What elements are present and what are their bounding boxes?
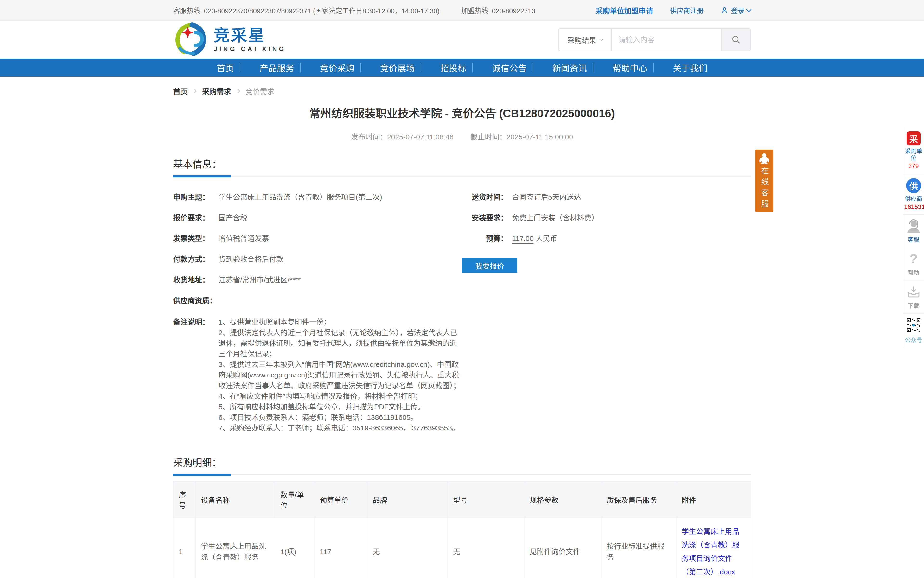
nav-item-bidding-hall[interactable]: 竞价展场 xyxy=(378,62,417,74)
section-title: 基本信息： xyxy=(173,159,221,169)
table-header-row: 序号 设备名称 数量/单位 预算单价 品牌 型号 规格参数 质保及售后服务 附件 xyxy=(173,482,751,518)
nav-item-bidding-purchase[interactable]: 竞价采购 xyxy=(318,62,357,74)
section-basic-info: 基本信息： xyxy=(173,156,751,177)
breadcrumb-home[interactable]: 首页 xyxy=(173,86,188,96)
purchaser-icon: 采 xyxy=(907,132,921,145)
page: 客服热线: 020-80922370/80922307/80922371 (国家… xyxy=(0,0,924,578)
nav-item-tender[interactable]: 招投标 xyxy=(438,62,469,74)
col-device-name: 设备名称 xyxy=(196,482,275,518)
search-category-value: 采购结果 xyxy=(567,34,596,45)
nav-item-home[interactable]: 首页 xyxy=(214,62,236,74)
logo-subtitle: JING CAI XING xyxy=(214,46,286,52)
question-mark-icon: ? xyxy=(904,252,923,266)
deadline-time: 截止时间：2025-07-11 15:00:00 xyxy=(470,131,573,141)
sidebar-customer-service[interactable]: 客服 xyxy=(903,215,924,247)
download-icon xyxy=(906,285,921,298)
sidebar-purchaser[interactable]: 采 采购单位 379 xyxy=(903,127,924,174)
swirl-logo-icon xyxy=(173,22,209,58)
cell-seq: 1 xyxy=(173,518,196,578)
remarks-text: 1、提供营业执照副本复印件一份； 2、提供法定代表人的近三个月社保记录（无论缴纳… xyxy=(219,317,462,434)
col-spec-params: 规格参数 xyxy=(524,482,601,518)
main-nav: 首页 产品服务 竞价采购 竞价展场 招投标 诚信公告 新闻资讯 帮助中心 关于我… xyxy=(0,59,924,76)
field-remarks: 备注说明： 1、提供营业执照副本复印件一份； 2、提供法定代表人的近三个月社保记… xyxy=(173,317,462,434)
field-purchase-subject: 申购主题： 学生公寓床上用品洗涤（含青教）服务项目(第二次) xyxy=(173,193,462,202)
cell-quantity-unit: 1(项) xyxy=(275,518,314,578)
supplier-icon: 供 xyxy=(906,178,921,193)
page-title: 常州纺织服装职业技术学院 - 竞价公告 (CB128072025000016) xyxy=(173,104,751,120)
purchaser-apply-link[interactable]: 采购单位加盟申请 xyxy=(595,5,653,16)
col-budget-unit-price: 预算单价 xyxy=(314,482,368,518)
field-delivery-address: 收货地址： 江苏省/常州市/武进区/**** xyxy=(173,275,462,284)
login-link[interactable]: 登录 xyxy=(720,5,751,15)
search-button[interactable] xyxy=(721,29,750,50)
breadcrumb: 首页 采购需求 竞价需求 xyxy=(173,86,751,96)
qr-code-icon xyxy=(906,318,921,333)
online-service-label: 在线客服 xyxy=(759,167,770,211)
col-quantity-unit: 数量/单位 xyxy=(275,482,314,518)
breadcrumb-bidding-demand: 竞价需求 xyxy=(245,86,274,96)
table-row: 1 学生公寓床上用品洗涤（含青教）服务 1(项) 117 无 无 见附件询价文件… xyxy=(173,518,751,578)
chevron-down-icon xyxy=(746,6,752,12)
basic-info-grid: 申购主题： 学生公寓床上用品洗涤（含青教）服务项目(第二次) 报价要求： 国产含… xyxy=(173,193,751,434)
nav-item-products[interactable]: 产品服务 xyxy=(257,62,297,74)
section-title: 采购明细： xyxy=(173,458,221,468)
search-bar: 采购结果 xyxy=(558,28,751,51)
service-hotline: 客服热线: 020-80922370/80922307/80922371 (国家… xyxy=(173,5,439,15)
col-seq: 序号 xyxy=(173,482,196,518)
site-header: 竞采星 JING CAI XING 采购结果 xyxy=(0,21,924,59)
col-model: 型号 xyxy=(448,482,524,518)
cell-warranty-service: 按行业标准提供服务 xyxy=(601,518,676,578)
join-hotline: 加盟热线: 020-80922713 xyxy=(461,5,535,15)
field-delivery-time: 送货时间： 合同签订后5天内送达 xyxy=(462,193,751,202)
section-purchase-detail: 采购明细： xyxy=(173,455,751,475)
cell-model: 无 xyxy=(448,518,524,578)
section-accent-bar xyxy=(173,474,231,476)
field-payment-method: 付款方式： 货到验收合格后付款 xyxy=(173,255,462,264)
search-input[interactable] xyxy=(612,29,721,50)
headset-person-icon xyxy=(906,219,921,233)
main-content: 首页 采购需求 竞价需求 常州纺织服装职业技术学院 - 竞价公告 (CB1280… xyxy=(173,86,751,578)
field-quote-requirement: 报价要求： 国产含税 xyxy=(173,213,462,222)
sidebar-supplier[interactable]: 供 供应商 161531 xyxy=(903,174,924,215)
person-icon xyxy=(720,6,729,15)
col-attachment: 附件 xyxy=(676,482,751,518)
col-brand: 品牌 xyxy=(368,482,448,518)
nav-item-about-us[interactable]: 关于我们 xyxy=(670,62,710,74)
quote-button[interactable]: 我要报价 xyxy=(462,258,517,273)
field-invoice-type: 发票类型： 增值税普通发票 xyxy=(173,234,462,243)
cell-device-name: 学生公寓床上用品洗涤（含青教）服务 xyxy=(196,518,275,578)
right-float-sidebar: 采 采购单位 379 供 供应商 161531 客服 ? 帮助 xyxy=(903,127,924,347)
sidebar-wechat-qr[interactable]: 公众号 xyxy=(903,314,924,347)
field-install-requirement: 安装要求： 免费上门安装（含材料费） xyxy=(462,213,751,222)
publish-time: 发布时间：2025-07-07 11:06:48 xyxy=(351,131,454,141)
nav-item-news[interactable]: 新闻资讯 xyxy=(550,62,589,74)
field-budget: 预算： 117.00 人民币 xyxy=(462,234,751,243)
nav-item-help-center[interactable]: 帮助中心 xyxy=(610,62,650,74)
cell-budget-unit-price: 117 xyxy=(314,518,368,578)
field-supplier-qualification: 供应商资质： xyxy=(173,296,462,305)
logo-title: 竞采星 xyxy=(214,28,286,43)
chevron-right-icon xyxy=(193,89,197,93)
budget-amount: 117.00 xyxy=(512,234,534,242)
col-warranty-service: 质保及售后服务 xyxy=(601,482,676,518)
login-label: 登录 xyxy=(731,5,744,15)
attachment-link[interactable]: 学生公寓床上用品洗涤（含青教）服务项目询价文件（第二次）.docx xyxy=(682,528,739,576)
sidebar-download[interactable]: 下载 xyxy=(903,281,924,314)
budget-currency: 人民币 xyxy=(534,234,557,242)
notice-dates: 发布时间：2025-07-07 11:06:48 截止时间：2025-07-11… xyxy=(173,131,751,141)
sidebar-help[interactable]: ? 帮助 xyxy=(903,247,924,281)
magnifier-icon xyxy=(731,34,741,45)
section-accent-bar xyxy=(173,175,231,177)
chevron-right-icon xyxy=(236,89,240,93)
cell-brand: 无 xyxy=(368,518,448,578)
breadcrumb-purchase-demand[interactable]: 采购需求 xyxy=(202,86,231,96)
cell-spec-params: 见附件询价文件 xyxy=(524,518,601,578)
nav-item-integrity-notice[interactable]: 诚信公告 xyxy=(490,62,529,74)
supplier-register-link[interactable]: 供应商注册 xyxy=(670,5,704,15)
qq-penguin-icon xyxy=(758,152,770,165)
online-service-tab[interactable]: 在线客服 xyxy=(755,150,773,212)
purchase-detail-table: 序号 设备名称 数量/单位 预算单价 品牌 型号 规格参数 质保及售后服务 附件… xyxy=(173,481,751,578)
site-logo[interactable]: 竞采星 JING CAI XING xyxy=(173,22,286,58)
search-category-select[interactable]: 采购结果 xyxy=(559,29,612,50)
chevron-down-icon xyxy=(599,37,603,41)
